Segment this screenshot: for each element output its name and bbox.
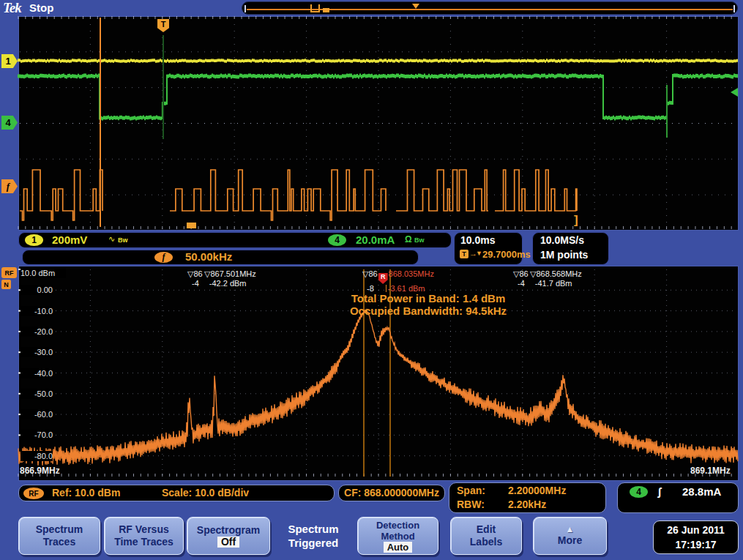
occupied-bandwidth-annotation: Occupied Bandwidth: 94.5kHz [311, 305, 545, 317]
y-axis-tick: -60.0 [20, 409, 53, 419]
channel-1-badge: 1 [1, 54, 18, 68]
y-axis-tick: -10.0 [20, 306, 53, 316]
record-end-tick [733, 5, 735, 12]
trigger-source-badge: 4 [630, 486, 648, 498]
stop-frequency-label: 869.1MHz [690, 466, 731, 476]
trigger-level-readout: 28.8mA [682, 484, 721, 499]
zoom-window-marker [310, 4, 320, 12]
time-domain-graticule [18, 16, 739, 231]
spectrogram-button[interactable]: SpectrogramOff [187, 517, 270, 555]
record-view-bar [242, 1, 738, 15]
datetime-box: 26 Jun 2011 17:19:17 [653, 520, 739, 554]
rf-normal-trace-badge: N [1, 280, 11, 289]
more-button[interactable]: ▲More [533, 517, 607, 555]
timebase-value: 10.0ms [460, 234, 495, 247]
y-axis-tick: 0.00 [20, 285, 53, 295]
detection-method-state: Auto [384, 542, 413, 553]
trigger-readout-box: 4 ∫ 28.8mA [617, 482, 739, 513]
spectrum-traces-button[interactable]: SpectrumTraces [18, 517, 100, 555]
edit-labels-button[interactable]: EditLabels [450, 517, 522, 555]
marker-center: ▽86 R 868.035MHz -8-3.61 dBm [362, 269, 434, 293]
rbw-readout: 2.20kHz [508, 497, 546, 512]
ch1-readout-badge: 1 [25, 234, 43, 246]
time-label: 17:19:17 [675, 539, 716, 550]
horizontal-readout-box: 10.0ms T → ▼ 29.7000ms [454, 232, 523, 265]
record-start-tick [244, 5, 246, 12]
y-axis-tick: -70.0 [20, 430, 53, 440]
ch1-bandwidth-icon: Bw [118, 236, 128, 244]
ref-level-readout: Ref: 10.0 dBm [52, 485, 120, 501]
ch4-bandwidth-icon: Bw [414, 236, 425, 244]
y-axis-tick: -50.0 [20, 389, 53, 399]
rf-settings-box: RF Ref: 10.0 dBm Scale: 10.0 dB/div [18, 485, 335, 501]
center-frequency-readout: CF: 868.000000MHz [344, 487, 439, 499]
rf-scale: 50.00kHz [185, 250, 232, 264]
trigger-position-value: 29.7000ms [482, 248, 531, 261]
rf-f-badge: f [154, 252, 173, 263]
record-length: 1M points [540, 248, 588, 261]
more-up-arrow-icon: ▲ [534, 525, 606, 534]
oscilloscope-screen: Tek Stop 1 4 f RF N T ] 1 200mV ∿ Bw 4 2… [0, 0, 743, 560]
rf-channel-badge: RF [1, 267, 17, 278]
span-rbw-box: Span: 2.20000MHz RBW: 2.20kHz [449, 482, 606, 513]
record-cursor-marker [323, 8, 329, 12]
trigger-t-icon: T [460, 250, 468, 258]
marker-right: ▽86 ▽868.568MHz -4-41.7 dBm [513, 269, 582, 288]
detection-method-button[interactable]: DetectionMethodAuto [357, 517, 438, 555]
position-marker-icon: ▼ [476, 250, 482, 257]
scale-readout: Scale: 10.0 dB/div [162, 485, 249, 501]
span-readout: 2.20000MHz [508, 483, 566, 499]
sample-rate: 10.0MS/s [540, 234, 584, 247]
rf-frequency-readout-bar: f 50.00kHz [22, 250, 419, 265]
reference-marker-icon: R [378, 273, 388, 284]
acquisition-status: Stop [29, 1, 53, 14]
ch1-coupling-icon: ∿ [108, 234, 115, 244]
marker-left: ▽86 ▽867.501MHz -4-42.2 dBm [187, 269, 256, 288]
trigger-position-icon [412, 4, 419, 9]
center-frequency-box: CF: 868.000000MHz [338, 485, 445, 501]
date-label: 26 Jun 2011 [667, 524, 725, 536]
y-axis-tick: -20.0 [20, 326, 53, 337]
trigger-slope-icon: ∫ [658, 484, 661, 499]
ch4-readout-badge: 4 [328, 234, 346, 246]
total-power-annotation: Total Power in Band: 1.4 dBm [311, 292, 545, 305]
channel-readout-bar: 1 200mV ∿ Bw 4 20.0mA Ω Bw [18, 232, 452, 248]
rf-versus-time-traces-button[interactable]: RF VersusTime Traces [104, 517, 184, 555]
y-axis-tick: -40.0 [20, 368, 53, 378]
ch1-scale: 200mV [52, 234, 87, 247]
y-axis-tick: -30.0 [20, 347, 53, 357]
start-frequency-label: 866.9MHz [20, 466, 60, 476]
trigger-level-arrow-icon [731, 88, 738, 97]
ref-level-label: 10.0 dBm [20, 268, 66, 278]
rf-status-badge: RF [23, 488, 44, 499]
y-axis-tick: -80.0 [20, 451, 53, 461]
ch4-scale: 20.0mA [356, 234, 395, 247]
spectrum-time-marker [187, 223, 196, 228]
spectrogram-state: Off [217, 537, 239, 548]
marker-divider [386, 285, 387, 292]
tek-logo: Tek [3, 0, 21, 16]
rf-frequency-badge: f [1, 179, 18, 193]
gate-end-bracket: ] [574, 213, 578, 228]
menu-title: SpectrumTriggered [272, 522, 354, 550]
ch4-impedance-icon: Ω [405, 234, 412, 244]
acquisition-readout-box: 10.0MS/s 1M points [532, 232, 609, 265]
channel-4-badge: 4 [1, 116, 18, 130]
